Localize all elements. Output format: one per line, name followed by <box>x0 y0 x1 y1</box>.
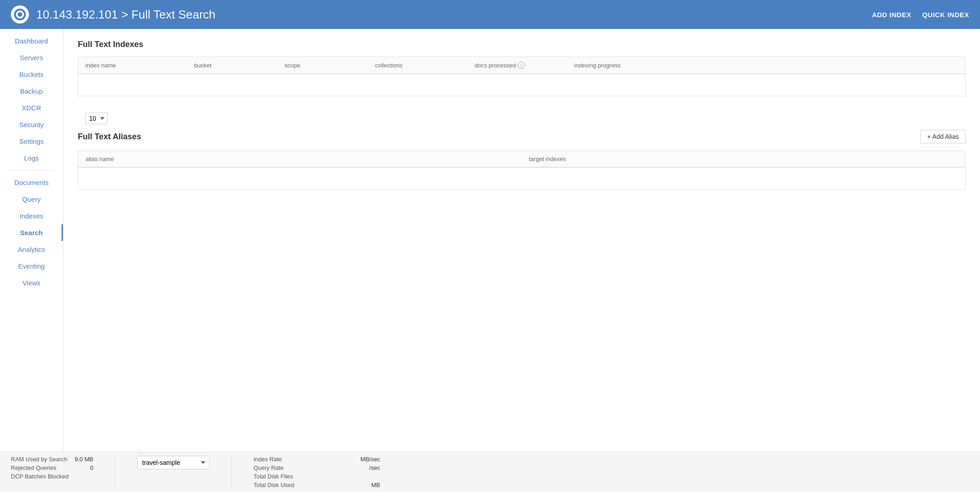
footer-dcp-label: DCP Batches Blocked <box>11 473 69 480</box>
main-content-area: Full Text Indexes index name bucket scop… <box>63 29 980 452</box>
sidebar-item-dashboard[interactable]: Dashboard <box>0 33 63 49</box>
aliases-section-header: Full Text Aliases + Add Alias <box>78 130 966 143</box>
footer-left-stats: RAM Used by Search 9.0 MB Rejected Queri… <box>11 456 93 480</box>
th-indexing-progress: indexing progress <box>567 57 965 73</box>
th-docs-processed: docs processed i <box>467 57 567 73</box>
page-size-select[interactable]: 10 25 50 <box>85 113 108 124</box>
indexes-section-title: Full Text Indexes <box>78 40 966 49</box>
th-bucket: bucket <box>187 57 277 73</box>
pagination-row: 10 25 50 <box>78 107 966 130</box>
footer-index-rate-value: MB/sec <box>361 456 380 463</box>
sidebar-item-search[interactable]: Search <box>0 224 63 241</box>
indexes-table-header: index name bucket scope collections docs… <box>78 57 965 74</box>
indexes-table: index name bucket scope collections docs… <box>78 57 966 96</box>
footer-rejected-label: Rejected Queries <box>11 464 56 471</box>
footer-disk-used-value: MB <box>371 482 381 488</box>
footer-query-rate-label: Query Rate <box>253 464 283 471</box>
sidebar-item-views[interactable]: Views <box>0 274 63 291</box>
sidebar-divider <box>7 170 56 170</box>
sidebar: Dashboard Servers Buckets Backup XDCR Se… <box>0 29 63 452</box>
footer-stat-dcp: DCP Batches Blocked <box>11 473 93 480</box>
sidebar-item-logs[interactable]: Logs <box>0 150 63 166</box>
th-target-indexes: target indexes <box>522 151 965 167</box>
footer-disk-files-label: Total Disk Files <box>253 473 293 480</box>
header-title: 10.143.192.101 > Full Text Search <box>36 8 215 22</box>
footer-bucket-select[interactable]: travel-sample beer-sample gamesim-sample <box>137 456 209 469</box>
sidebar-item-xdcr[interactable]: XDCR <box>0 99 63 116</box>
footer-stat-rejected: Rejected Queries 0 <box>11 464 93 471</box>
sidebar-item-indexes[interactable]: Indexes <box>0 208 63 224</box>
footer-divider-2 <box>231 456 232 488</box>
th-index-name: index name <box>78 57 187 73</box>
logo <box>11 5 29 24</box>
add-index-button[interactable]: ADD INDEX <box>872 11 911 19</box>
footer-rejected-value: 0 <box>90 464 93 471</box>
th-alias-name: alias name <box>78 151 522 167</box>
footer-bucket-wrapper: travel-sample beer-sample gamesim-sample <box>137 456 209 469</box>
sidebar-item-documents[interactable]: Documents <box>0 174 63 191</box>
sidebar-item-eventing[interactable]: Eventing <box>0 258 63 274</box>
sidebar-item-settings[interactable]: Settings <box>0 133 63 150</box>
footer-disk-used-label: Total Disk Used <box>253 482 294 488</box>
indexes-table-body <box>78 74 965 96</box>
footer-stat-disk-used: Total Disk Used MB <box>253 482 380 488</box>
header-left: 10.143.192.101 > Full Text Search <box>11 5 215 24</box>
add-alias-button[interactable]: + Add Alias <box>920 130 966 143</box>
header: 10.143.192.101 > Full Text Search ADD IN… <box>0 0 980 29</box>
footer-stat-query-rate: Query Rate /sec <box>253 464 380 471</box>
sidebar-item-security[interactable]: Security <box>0 116 63 133</box>
footer-stat-ram: RAM Used by Search 9.0 MB <box>11 456 93 463</box>
footer-divider-1 <box>115 456 115 488</box>
svg-point-2 <box>18 12 22 17</box>
footer-stat-index-rate: Index Rate MB/sec <box>253 456 380 463</box>
aliases-table-body <box>78 168 965 189</box>
footer-right-stats: Index Rate MB/sec Query Rate /sec Total … <box>253 456 380 488</box>
footer-ram-value: 9.0 MB <box>75 456 93 463</box>
sidebar-item-buckets[interactable]: Buckets <box>0 66 63 83</box>
th-collections: collections <box>368 57 467 73</box>
footer-stat-disk-files: Total Disk Files <box>253 473 380 480</box>
footer-index-rate-label: Index Rate <box>253 456 282 463</box>
sidebar-item-analytics[interactable]: Analytics <box>0 241 63 258</box>
docs-processed-info-icon[interactable]: i <box>518 62 525 69</box>
quick-index-button[interactable]: QUICK INDEX <box>922 11 969 19</box>
footer-query-rate-value: /sec <box>369 464 380 471</box>
sidebar-item-query[interactable]: Query <box>0 191 63 208</box>
aliases-section-title: Full Text Aliases <box>78 132 141 142</box>
footer-ram-label: RAM Used by Search <box>11 456 67 463</box>
aliases-table-header: alias name target indexes <box>78 151 965 168</box>
aliases-table: alias name target indexes <box>78 151 966 190</box>
th-scope: scope <box>277 57 368 73</box>
sidebar-item-backup[interactable]: Backup <box>0 83 63 99</box>
footer: RAM Used by Search 9.0 MB Rejected Queri… <box>0 452 980 492</box>
sidebar-item-servers[interactable]: Servers <box>0 49 63 66</box>
header-actions: ADD INDEX QUICK INDEX <box>872 11 969 19</box>
layout: Dashboard Servers Buckets Backup XDCR Se… <box>0 29 980 452</box>
